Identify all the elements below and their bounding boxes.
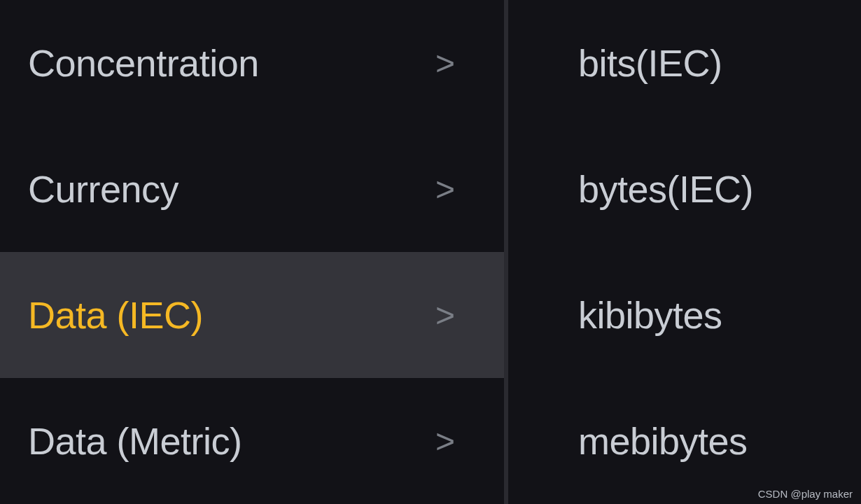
category-panel: Concentration > Currency > Data (IEC) > … <box>0 0 504 504</box>
category-item-data-metric[interactable]: Data (Metric) > <box>0 378 504 504</box>
category-item-data-iec[interactable]: Data (IEC) > <box>0 252 504 378</box>
watermark-text: CSDN @play maker <box>758 488 853 500</box>
unit-item-mebibytes[interactable]: mebibytes <box>508 378 861 504</box>
category-item-currency[interactable]: Currency > <box>0 126 504 252</box>
unit-panel: bits(IEC) bytes(IEC) kibibytes mebibytes <box>508 0 861 504</box>
category-label: Data (Metric) <box>28 419 242 463</box>
category-label: Concentration <box>28 41 259 85</box>
unit-label: bytes(IEC) <box>578 167 753 211</box>
chevron-right-icon: > <box>435 44 455 83</box>
chevron-right-icon: > <box>435 296 455 335</box>
unit-item-bits-iec[interactable]: bits(IEC) <box>508 0 861 126</box>
unit-item-kibibytes[interactable]: kibibytes <box>508 252 861 378</box>
chevron-right-icon: > <box>435 170 455 209</box>
unit-label: mebibytes <box>578 419 748 463</box>
category-label: Currency <box>28 167 178 211</box>
unit-item-bytes-iec[interactable]: bytes(IEC) <box>508 126 861 252</box>
category-label: Data (IEC) <box>28 293 203 337</box>
category-item-concentration[interactable]: Concentration > <box>0 0 504 126</box>
chevron-right-icon: > <box>435 422 455 461</box>
unit-label: kibibytes <box>578 293 722 337</box>
unit-label: bits(IEC) <box>578 41 722 85</box>
